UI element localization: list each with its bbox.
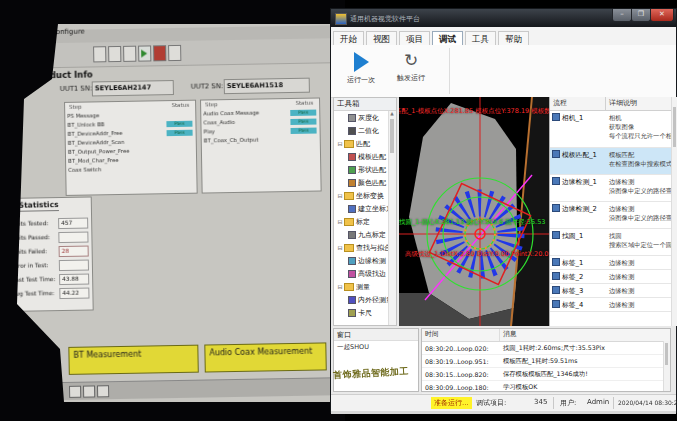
step-icon	[552, 272, 560, 280]
maximize-button[interactable]: ❐	[631, 9, 651, 22]
process-row-edge-detect-1[interactable]: 边缘检测_1边缘检测 沿图像中定义的路径查	[550, 175, 677, 202]
cycle-icon: ↻	[389, 50, 433, 70]
tool-icon	[348, 231, 356, 239]
datetime-value: 2020/04/14 08:30:26	[618, 399, 677, 406]
taskbar-icon[interactable]	[69, 386, 81, 398]
folder-icon	[344, 244, 354, 252]
stat-value	[58, 232, 88, 244]
toolbox-item-binarize[interactable]: 二值化	[334, 124, 389, 137]
tool-icon[interactable]	[93, 46, 106, 62]
step-row[interactable]: Coax Switch	[68, 165, 194, 175]
log-header: 时间 消息	[422, 329, 670, 342]
toolbox-item-inner-outer-diameter[interactable]: 内外径测量	[334, 293, 389, 306]
inspection-image	[399, 97, 549, 326]
toolbox-item-nine-point-calibration[interactable]: 九点标定	[334, 228, 389, 241]
log-row[interactable]: 08:30:09..Loop.180:学习模板OK	[422, 381, 670, 394]
toolbox-folder-match[interactable]: ⊟匹配	[334, 137, 389, 150]
tool-icon[interactable]	[108, 46, 121, 62]
folder-icon	[344, 218, 354, 226]
status-badge: Pass	[291, 128, 317, 134]
debug-project-label: 调试项目:	[476, 398, 506, 408]
bt-measurement-button[interactable]: BT Measurement	[68, 345, 198, 375]
step-icon	[552, 258, 560, 266]
play-icon	[354, 52, 369, 72]
process-row-find-circle-1[interactable]: 找圆_1找圆 搜索区域中定位一个圆	[550, 229, 677, 256]
status-badge: Pass	[167, 130, 193, 136]
toolbox-item-caliper[interactable]: 卡尺	[334, 306, 389, 319]
stop-icon[interactable]	[153, 45, 166, 61]
tool-icon[interactable]	[168, 45, 181, 61]
status-separator	[553, 397, 554, 409]
taskbar-icon[interactable]	[97, 385, 109, 397]
stat-value	[59, 260, 89, 272]
uut1-serial-field[interactable]: SEYLE6AH2147	[92, 80, 174, 96]
minimize-button[interactable]: –	[612, 9, 632, 22]
stat-value: 44.22	[59, 288, 89, 300]
folder-icon	[344, 192, 354, 200]
log-row[interactable]: 08:30:20..Loop.020:找圆_1耗时:2.60ms;尺寸:35.5…	[422, 342, 670, 355]
toolbox-item-edge-detect[interactable]: 边缘检测	[334, 254, 389, 267]
toolbox-item-advanced-edge-find[interactable]: 高级找边	[334, 267, 389, 280]
collapse-icon[interactable]: ⊟	[336, 283, 344, 290]
toolbox-folder-find-fit[interactable]: ⊟查找与拟合	[334, 241, 389, 254]
toolbox-item-template-match[interactable]: 模板匹配	[334, 150, 389, 163]
tool-icon	[348, 153, 356, 161]
log-panel: 时间 消息 08:30:20..Loop.020:找圆_1耗时:2.60ms;尺…	[421, 328, 671, 392]
step-icon	[552, 177, 560, 185]
toolbox-folder-measure[interactable]: ⊟测量	[334, 280, 389, 293]
toolbox-scrollbar[interactable]: ▲	[388, 111, 396, 325]
process-row-label-4[interactable]: 标签_4边缘检测	[550, 298, 677, 312]
window-list-panel: 窗口 一起SHOU	[333, 328, 419, 392]
user-value: Admin	[587, 398, 609, 406]
collapse-icon[interactable]: ⊟	[336, 218, 344, 225]
log-row[interactable]: 08:30:15..Loop.820:保存模板模板匹配_1346成功!	[422, 368, 670, 381]
audio-coax-measurement-button[interactable]: Audio Coax Measurement	[204, 342, 326, 372]
camera-viewport[interactable]: 匹配_1-模板点位X:281.85 模板点位Y:378.19 模板数量:1 找圆…	[399, 97, 549, 326]
log-row[interactable]: 08:30:19..Loop.951:模板匹配_1耗时:59.51ms	[422, 355, 670, 368]
toolbar-separator	[449, 48, 450, 94]
taskbar	[59, 377, 345, 400]
toolbox-item-color-match[interactable]: 颜色匹配	[334, 176, 389, 189]
process-header: 流程 详细说明	[550, 97, 677, 111]
process-row-label-1[interactable]: 标签_1边缘检测	[550, 256, 677, 270]
toolbox-item-shape-match[interactable]: 形状匹配	[334, 163, 389, 176]
process-scrollbar[interactable]	[671, 97, 677, 326]
toolbox-folder-coord-transform[interactable]: ⊟坐标变换	[334, 189, 389, 202]
process-row-label-2[interactable]: 标签_2边缘检测	[550, 270, 677, 284]
test-executive-screen: Configure Product Info UUT1 SN: SEYLE6AH…	[8, 24, 345, 402]
step-icon	[552, 150, 560, 158]
uut1-step-list: Step Status PS Message BT_Unlock BBPass …	[64, 100, 198, 196]
run-once-button[interactable]: 运行一次	[339, 50, 383, 85]
toolbox-item-build-coord-system[interactable]: 建立坐标系	[334, 202, 389, 215]
detail-column-header: 详细说明	[606, 97, 677, 110]
window-title: 通用机器视觉软件平台	[350, 14, 420, 24]
status-badge: Pass	[166, 121, 192, 127]
collapse-icon[interactable]: ⊟	[336, 192, 344, 199]
trigger-run-button[interactable]: ↻ 触发运行	[389, 50, 433, 83]
title-bar[interactable]: 通用机器视觉软件平台 – ❐ ✕	[331, 9, 676, 27]
log-scrollbar[interactable]	[663, 341, 670, 391]
collapse-icon[interactable]: ⊟	[336, 244, 344, 251]
match-result-overlay: 匹配_1-模板点位X:281.85 模板点位Y:378.19 模板数量:1	[399, 107, 549, 116]
process-row-camera-1[interactable]: 相机_1相机 获取图像 每个流程只允许一个相	[550, 111, 677, 148]
toolbox-item-grayscale[interactable]: 灰度化	[334, 111, 389, 124]
close-button[interactable]: ✕	[650, 9, 674, 22]
run-icon[interactable]	[138, 45, 151, 61]
run-toolbar: 运行一次 ↻ 触发运行	[331, 45, 676, 98]
find-circle-overlay: 找圆_1-圆心X:281.13 圆心Y:359.6 圆半径:35.53	[399, 218, 545, 227]
process-row-label-3[interactable]: 标签_3边缘检测	[550, 284, 677, 298]
collapse-icon[interactable]: ⊟	[336, 140, 344, 147]
taskbar-icon[interactable]	[83, 385, 95, 397]
window-list-item[interactable]: 一起SHOU	[334, 341, 418, 352]
uut2-serial-field[interactable]: SEYLE6AH1518	[224, 78, 310, 94]
tool-icon[interactable]	[123, 46, 136, 62]
toolbar	[45, 38, 342, 68]
vision-app-window: 通用机器视觉软件平台 – ❐ ✕ 开始视图项目调试工具帮助 运行一次 ↻ 触发运…	[330, 8, 677, 413]
status-separator	[613, 397, 614, 409]
process-row-template-match-1[interactable]: 模板匹配_1模板匹配 在检查图像中搜索模式	[550, 148, 677, 175]
toolbox-folder-calibration[interactable]: ⊟标定	[334, 215, 389, 228]
process-row-edge-detect-2[interactable]: 边缘检测_2边缘检测 沿图像中定义的路径查	[550, 202, 677, 229]
step-row[interactable]: BT_Coax_Cb_Output	[204, 136, 318, 146]
time-column-header: 时间	[422, 329, 500, 341]
step-icon	[552, 231, 560, 239]
